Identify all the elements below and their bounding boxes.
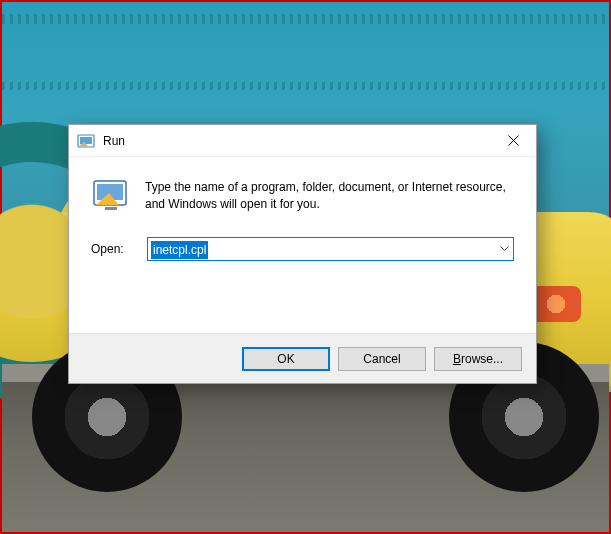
cancel-button[interactable]: Cancel <box>338 347 426 371</box>
svg-rect-1 <box>80 137 92 144</box>
ok-button[interactable]: OK <box>242 347 330 371</box>
chevron-down-icon <box>500 246 509 252</box>
cancel-button-label: Cancel <box>363 352 400 366</box>
dialog-description: Type the name of a program, folder, docu… <box>145 175 514 214</box>
run-program-icon <box>91 175 131 215</box>
dialog-button-row: OK Cancel Browse... <box>69 333 536 383</box>
combobox-dropdown-button[interactable] <box>495 238 513 260</box>
open-label: Open: <box>91 242 133 256</box>
close-button[interactable] <box>490 125 536 157</box>
dialog-content: Type the name of a program, folder, docu… <box>69 157 536 333</box>
titlebar[interactable]: Run <box>69 125 536 157</box>
run-dialog: Run Type the name of a program, folder, … <box>68 124 537 384</box>
run-icon <box>77 132 95 150</box>
open-input-selection: inetcpl.cpl <box>151 241 208 259</box>
open-combobox[interactable]: inetcpl.cpl <box>147 237 514 261</box>
dialog-title: Run <box>103 134 490 148</box>
svg-rect-4 <box>105 207 117 210</box>
close-icon <box>508 135 519 146</box>
browse-button[interactable]: Browse... <box>434 347 522 371</box>
browse-button-label: Browse... <box>453 352 503 366</box>
ok-button-label: OK <box>277 352 294 366</box>
